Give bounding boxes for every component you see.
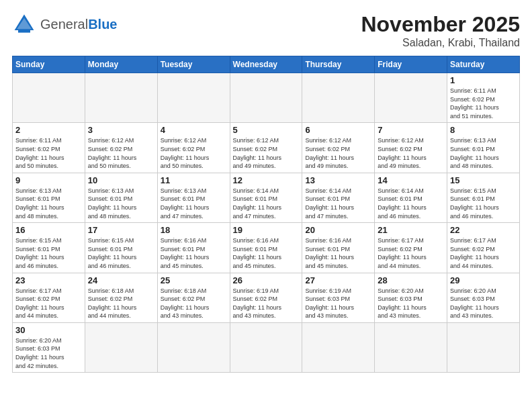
day-info: Sunrise: 6:17 AM Sunset: 6:02 PM Dayligh… (450, 236, 517, 270)
calendar-cell: 7Sunrise: 6:12 AM Sunset: 6:02 PM Daylig… (375, 123, 447, 173)
day-number: 30 (15, 325, 82, 335)
calendar-cell: 27Sunrise: 6:19 AM Sunset: 6:03 PM Dayli… (302, 273, 375, 322)
day-info: Sunrise: 6:12 AM Sunset: 6:02 PM Dayligh… (305, 136, 371, 170)
page: GeneralBlue November 2025 Saladan, Krabi… (0, 0, 532, 379)
day-number: 7 (378, 125, 444, 135)
weekday-header-thursday: Thursday (302, 56, 375, 73)
logo-blue: Blue (88, 17, 117, 32)
day-number: 20 (305, 225, 371, 235)
day-number: 5 (233, 125, 300, 135)
day-info: Sunrise: 6:17 AM Sunset: 6:02 PM Dayligh… (15, 287, 82, 320)
calendar-cell: 19Sunrise: 6:16 AM Sunset: 6:01 PM Dayli… (230, 223, 302, 273)
day-info: Sunrise: 6:12 AM Sunset: 6:02 PM Dayligh… (161, 136, 227, 170)
day-info: Sunrise: 6:20 AM Sunset: 6:03 PM Dayligh… (15, 336, 82, 370)
weekday-header-saturday: Saturday (447, 56, 520, 73)
day-info: Sunrise: 6:11 AM Sunset: 6:02 PM Dayligh… (450, 87, 517, 120)
calendar-cell: 1Sunrise: 6:11 AM Sunset: 6:02 PM Daylig… (447, 73, 520, 123)
day-info: Sunrise: 6:16 AM Sunset: 6:01 PM Dayligh… (305, 236, 371, 270)
week-row-4: 16Sunrise: 6:15 AM Sunset: 6:01 PM Dayli… (13, 223, 520, 273)
calendar-cell: 30Sunrise: 6:20 AM Sunset: 6:03 PM Dayli… (13, 322, 85, 372)
calendar-cell (447, 322, 520, 372)
day-info: Sunrise: 6:19 AM Sunset: 6:03 PM Dayligh… (305, 287, 371, 320)
logo-general: General (40, 17, 88, 32)
calendar-cell (375, 322, 447, 372)
logo-icon (12, 12, 36, 36)
day-number: 11 (161, 175, 227, 185)
day-number: 14 (378, 175, 444, 185)
day-info: Sunrise: 6:13 AM Sunset: 6:01 PM Dayligh… (161, 187, 227, 220)
day-info: Sunrise: 6:15 AM Sunset: 6:01 PM Dayligh… (450, 187, 517, 220)
week-row-2: 2Sunrise: 6:11 AM Sunset: 6:02 PM Daylig… (13, 123, 520, 173)
title-block: November 2025 Saladan, Krabi, Thailand (361, 12, 520, 49)
day-number: 26 (233, 275, 300, 285)
day-info: Sunrise: 6:16 AM Sunset: 6:01 PM Dayligh… (233, 236, 300, 270)
week-row-1: 1Sunrise: 6:11 AM Sunset: 6:02 PM Daylig… (13, 73, 520, 123)
calendar-cell: 23Sunrise: 6:17 AM Sunset: 6:02 PM Dayli… (13, 273, 85, 322)
calendar-cell: 17Sunrise: 6:15 AM Sunset: 6:01 PM Dayli… (85, 223, 157, 273)
calendar-cell: 8Sunrise: 6:13 AM Sunset: 6:01 PM Daylig… (447, 123, 520, 173)
day-number: 2 (15, 125, 82, 135)
day-info: Sunrise: 6:13 AM Sunset: 6:01 PM Dayligh… (450, 136, 517, 170)
calendar-cell: 26Sunrise: 6:19 AM Sunset: 6:02 PM Dayli… (230, 273, 302, 322)
month-title: November 2025 (361, 12, 520, 37)
calendar-cell: 22Sunrise: 6:17 AM Sunset: 6:02 PM Dayli… (447, 223, 520, 273)
day-number: 15 (450, 175, 517, 185)
week-row-6: 30Sunrise: 6:20 AM Sunset: 6:03 PM Dayli… (13, 322, 520, 372)
day-number: 13 (305, 175, 371, 185)
calendar-cell: 15Sunrise: 6:15 AM Sunset: 6:01 PM Dayli… (447, 173, 520, 222)
calendar-cell: 4Sunrise: 6:12 AM Sunset: 6:02 PM Daylig… (157, 123, 230, 173)
day-info: Sunrise: 6:11 AM Sunset: 6:02 PM Dayligh… (15, 136, 82, 170)
calendar-cell: 28Sunrise: 6:20 AM Sunset: 6:03 PM Dayli… (375, 273, 447, 322)
calendar-cell (13, 73, 85, 123)
calendar-cell: 13Sunrise: 6:14 AM Sunset: 6:01 PM Dayli… (302, 173, 375, 222)
day-info: Sunrise: 6:12 AM Sunset: 6:02 PM Dayligh… (233, 136, 300, 170)
calendar-cell (230, 322, 302, 372)
day-number: 19 (233, 225, 300, 235)
calendar-cell: 18Sunrise: 6:16 AM Sunset: 6:01 PM Dayli… (157, 223, 230, 273)
calendar-cell: 21Sunrise: 6:17 AM Sunset: 6:02 PM Dayli… (375, 223, 447, 273)
calendar-cell (157, 73, 230, 123)
calendar-cell: 5Sunrise: 6:12 AM Sunset: 6:02 PM Daylig… (230, 123, 302, 173)
day-number: 3 (88, 125, 154, 135)
calendar-cell (157, 322, 230, 372)
calendar-cell (85, 322, 157, 372)
weekday-header-row: SundayMondayTuesdayWednesdayThursdayFrid… (13, 56, 520, 73)
day-info: Sunrise: 6:14 AM Sunset: 6:01 PM Dayligh… (378, 187, 444, 220)
day-number: 25 (161, 275, 227, 285)
week-row-5: 23Sunrise: 6:17 AM Sunset: 6:02 PM Dayli… (13, 273, 520, 322)
header: GeneralBlue November 2025 Saladan, Krabi… (12, 12, 520, 49)
day-info: Sunrise: 6:16 AM Sunset: 6:01 PM Dayligh… (161, 236, 227, 270)
day-info: Sunrise: 6:18 AM Sunset: 6:02 PM Dayligh… (161, 287, 227, 320)
calendar-cell: 11Sunrise: 6:13 AM Sunset: 6:01 PM Dayli… (157, 173, 230, 222)
calendar-cell: 25Sunrise: 6:18 AM Sunset: 6:02 PM Dayli… (157, 273, 230, 322)
svg-rect-2 (18, 30, 30, 33)
calendar-cell (302, 322, 375, 372)
day-number: 8 (450, 125, 517, 135)
calendar-cell (85, 73, 157, 123)
day-number: 27 (305, 275, 371, 285)
calendar-cell: 12Sunrise: 6:14 AM Sunset: 6:01 PM Dayli… (230, 173, 302, 222)
weekday-header-monday: Monday (85, 56, 157, 73)
calendar: SundayMondayTuesdayWednesdayThursdayFrid… (12, 56, 520, 373)
calendar-cell (230, 73, 302, 123)
day-info: Sunrise: 6:13 AM Sunset: 6:01 PM Dayligh… (88, 187, 154, 220)
day-info: Sunrise: 6:19 AM Sunset: 6:02 PM Dayligh… (233, 287, 300, 320)
day-number: 18 (161, 225, 227, 235)
day-number: 4 (161, 125, 227, 135)
day-number: 16 (15, 225, 82, 235)
calendar-cell: 24Sunrise: 6:18 AM Sunset: 6:02 PM Dayli… (85, 273, 157, 322)
day-info: Sunrise: 6:15 AM Sunset: 6:01 PM Dayligh… (15, 236, 82, 270)
day-number: 1 (450, 75, 517, 85)
day-number: 6 (305, 125, 371, 135)
week-row-3: 9Sunrise: 6:13 AM Sunset: 6:01 PM Daylig… (13, 173, 520, 222)
day-info: Sunrise: 6:18 AM Sunset: 6:02 PM Dayligh… (88, 287, 154, 320)
day-info: Sunrise: 6:14 AM Sunset: 6:01 PM Dayligh… (305, 187, 371, 220)
day-info: Sunrise: 6:20 AM Sunset: 6:03 PM Dayligh… (450, 287, 517, 320)
calendar-cell: 10Sunrise: 6:13 AM Sunset: 6:01 PM Dayli… (85, 173, 157, 222)
day-number: 10 (88, 175, 154, 185)
weekday-header-tuesday: Tuesday (157, 56, 230, 73)
day-number: 28 (378, 275, 444, 285)
calendar-cell: 14Sunrise: 6:14 AM Sunset: 6:01 PM Dayli… (375, 173, 447, 222)
day-number: 23 (15, 275, 82, 285)
day-info: Sunrise: 6:14 AM Sunset: 6:01 PM Dayligh… (233, 187, 300, 220)
